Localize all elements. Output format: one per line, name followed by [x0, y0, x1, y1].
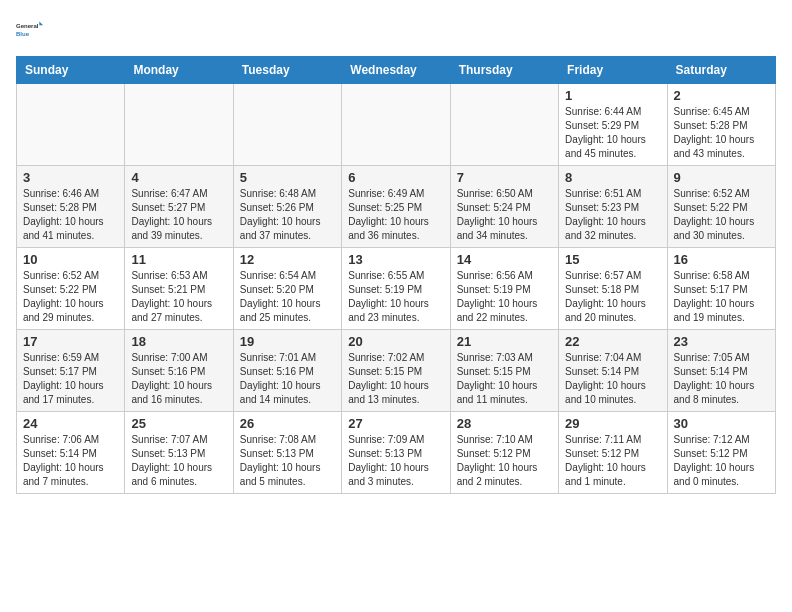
day-number: 15 [565, 252, 660, 267]
day-number: 10 [23, 252, 118, 267]
day-number: 22 [565, 334, 660, 349]
day-info: Sunrise: 6:51 AM Sunset: 5:23 PM Dayligh… [565, 187, 660, 243]
calendar-cell: 17Sunrise: 6:59 AM Sunset: 5:17 PM Dayli… [17, 330, 125, 412]
weekday-header-monday: Monday [125, 57, 233, 84]
day-number: 1 [565, 88, 660, 103]
page-header: General Blue [16, 16, 776, 44]
calendar-cell: 9Sunrise: 6:52 AM Sunset: 5:22 PM Daylig… [667, 166, 775, 248]
day-info: Sunrise: 7:11 AM Sunset: 5:12 PM Dayligh… [565, 433, 660, 489]
day-number: 19 [240, 334, 335, 349]
weekday-header-thursday: Thursday [450, 57, 558, 84]
calendar-cell: 4Sunrise: 6:47 AM Sunset: 5:27 PM Daylig… [125, 166, 233, 248]
day-info: Sunrise: 7:04 AM Sunset: 5:14 PM Dayligh… [565, 351, 660, 407]
day-number: 28 [457, 416, 552, 431]
day-number: 5 [240, 170, 335, 185]
day-info: Sunrise: 6:54 AM Sunset: 5:20 PM Dayligh… [240, 269, 335, 325]
calendar-body: 1Sunrise: 6:44 AM Sunset: 5:29 PM Daylig… [17, 84, 776, 494]
day-info: Sunrise: 7:12 AM Sunset: 5:12 PM Dayligh… [674, 433, 769, 489]
day-number: 7 [457, 170, 552, 185]
calendar-cell [17, 84, 125, 166]
day-info: Sunrise: 6:57 AM Sunset: 5:18 PM Dayligh… [565, 269, 660, 325]
day-info: Sunrise: 6:52 AM Sunset: 5:22 PM Dayligh… [23, 269, 118, 325]
day-info: Sunrise: 6:56 AM Sunset: 5:19 PM Dayligh… [457, 269, 552, 325]
calendar-week-5: 24Sunrise: 7:06 AM Sunset: 5:14 PM Dayli… [17, 412, 776, 494]
calendar-cell: 12Sunrise: 6:54 AM Sunset: 5:20 PM Dayli… [233, 248, 341, 330]
day-info: Sunrise: 6:44 AM Sunset: 5:29 PM Dayligh… [565, 105, 660, 161]
day-info: Sunrise: 6:55 AM Sunset: 5:19 PM Dayligh… [348, 269, 443, 325]
calendar-cell: 20Sunrise: 7:02 AM Sunset: 5:15 PM Dayli… [342, 330, 450, 412]
day-info: Sunrise: 6:58 AM Sunset: 5:17 PM Dayligh… [674, 269, 769, 325]
day-number: 4 [131, 170, 226, 185]
day-number: 27 [348, 416, 443, 431]
calendar-cell: 16Sunrise: 6:58 AM Sunset: 5:17 PM Dayli… [667, 248, 775, 330]
calendar-cell: 8Sunrise: 6:51 AM Sunset: 5:23 PM Daylig… [559, 166, 667, 248]
calendar-cell: 26Sunrise: 7:08 AM Sunset: 5:13 PM Dayli… [233, 412, 341, 494]
day-number: 13 [348, 252, 443, 267]
calendar-cell: 7Sunrise: 6:50 AM Sunset: 5:24 PM Daylig… [450, 166, 558, 248]
calendar-cell: 27Sunrise: 7:09 AM Sunset: 5:13 PM Dayli… [342, 412, 450, 494]
calendar-cell: 19Sunrise: 7:01 AM Sunset: 5:16 PM Dayli… [233, 330, 341, 412]
day-number: 17 [23, 334, 118, 349]
day-number: 29 [565, 416, 660, 431]
calendar-cell: 29Sunrise: 7:11 AM Sunset: 5:12 PM Dayli… [559, 412, 667, 494]
day-info: Sunrise: 7:08 AM Sunset: 5:13 PM Dayligh… [240, 433, 335, 489]
day-info: Sunrise: 6:46 AM Sunset: 5:28 PM Dayligh… [23, 187, 118, 243]
day-info: Sunrise: 6:52 AM Sunset: 5:22 PM Dayligh… [674, 187, 769, 243]
day-info: Sunrise: 7:03 AM Sunset: 5:15 PM Dayligh… [457, 351, 552, 407]
day-number: 23 [674, 334, 769, 349]
calendar-cell: 22Sunrise: 7:04 AM Sunset: 5:14 PM Dayli… [559, 330, 667, 412]
weekday-header-saturday: Saturday [667, 57, 775, 84]
calendar-cell [450, 84, 558, 166]
weekday-header-tuesday: Tuesday [233, 57, 341, 84]
weekday-header-row: SundayMondayTuesdayWednesdayThursdayFrid… [17, 57, 776, 84]
calendar-cell [125, 84, 233, 166]
day-info: Sunrise: 7:09 AM Sunset: 5:13 PM Dayligh… [348, 433, 443, 489]
day-info: Sunrise: 7:06 AM Sunset: 5:14 PM Dayligh… [23, 433, 118, 489]
calendar-header: SundayMondayTuesdayWednesdayThursdayFrid… [17, 57, 776, 84]
weekday-header-friday: Friday [559, 57, 667, 84]
weekday-header-sunday: Sunday [17, 57, 125, 84]
calendar-cell: 14Sunrise: 6:56 AM Sunset: 5:19 PM Dayli… [450, 248, 558, 330]
day-info: Sunrise: 6:59 AM Sunset: 5:17 PM Dayligh… [23, 351, 118, 407]
day-number: 26 [240, 416, 335, 431]
day-number: 18 [131, 334, 226, 349]
calendar-cell: 18Sunrise: 7:00 AM Sunset: 5:16 PM Dayli… [125, 330, 233, 412]
svg-marker-1 [39, 22, 43, 26]
calendar-cell: 10Sunrise: 6:52 AM Sunset: 5:22 PM Dayli… [17, 248, 125, 330]
day-info: Sunrise: 6:49 AM Sunset: 5:25 PM Dayligh… [348, 187, 443, 243]
day-number: 14 [457, 252, 552, 267]
calendar-cell: 5Sunrise: 6:48 AM Sunset: 5:26 PM Daylig… [233, 166, 341, 248]
day-info: Sunrise: 6:47 AM Sunset: 5:27 PM Dayligh… [131, 187, 226, 243]
calendar-table: SundayMondayTuesdayWednesdayThursdayFrid… [16, 56, 776, 494]
day-info: Sunrise: 7:00 AM Sunset: 5:16 PM Dayligh… [131, 351, 226, 407]
day-number: 6 [348, 170, 443, 185]
calendar-cell: 11Sunrise: 6:53 AM Sunset: 5:21 PM Dayli… [125, 248, 233, 330]
day-number: 16 [674, 252, 769, 267]
calendar-week-4: 17Sunrise: 6:59 AM Sunset: 5:17 PM Dayli… [17, 330, 776, 412]
svg-text:General: General [16, 23, 39, 29]
calendar-cell [233, 84, 341, 166]
calendar-cell: 1Sunrise: 6:44 AM Sunset: 5:29 PM Daylig… [559, 84, 667, 166]
day-info: Sunrise: 7:10 AM Sunset: 5:12 PM Dayligh… [457, 433, 552, 489]
calendar-cell: 25Sunrise: 7:07 AM Sunset: 5:13 PM Dayli… [125, 412, 233, 494]
calendar-cell: 3Sunrise: 6:46 AM Sunset: 5:28 PM Daylig… [17, 166, 125, 248]
calendar-cell [342, 84, 450, 166]
calendar-cell: 30Sunrise: 7:12 AM Sunset: 5:12 PM Dayli… [667, 412, 775, 494]
weekday-header-wednesday: Wednesday [342, 57, 450, 84]
logo-icon: General Blue [16, 16, 44, 44]
calendar-cell: 15Sunrise: 6:57 AM Sunset: 5:18 PM Dayli… [559, 248, 667, 330]
day-info: Sunrise: 7:02 AM Sunset: 5:15 PM Dayligh… [348, 351, 443, 407]
calendar-cell: 23Sunrise: 7:05 AM Sunset: 5:14 PM Dayli… [667, 330, 775, 412]
calendar-cell: 28Sunrise: 7:10 AM Sunset: 5:12 PM Dayli… [450, 412, 558, 494]
day-number: 8 [565, 170, 660, 185]
calendar-cell: 13Sunrise: 6:55 AM Sunset: 5:19 PM Dayli… [342, 248, 450, 330]
day-info: Sunrise: 6:48 AM Sunset: 5:26 PM Dayligh… [240, 187, 335, 243]
calendar-cell: 24Sunrise: 7:06 AM Sunset: 5:14 PM Dayli… [17, 412, 125, 494]
day-number: 12 [240, 252, 335, 267]
day-number: 9 [674, 170, 769, 185]
day-number: 11 [131, 252, 226, 267]
day-number: 20 [348, 334, 443, 349]
day-number: 3 [23, 170, 118, 185]
calendar-week-1: 1Sunrise: 6:44 AM Sunset: 5:29 PM Daylig… [17, 84, 776, 166]
day-info: Sunrise: 7:07 AM Sunset: 5:13 PM Dayligh… [131, 433, 226, 489]
